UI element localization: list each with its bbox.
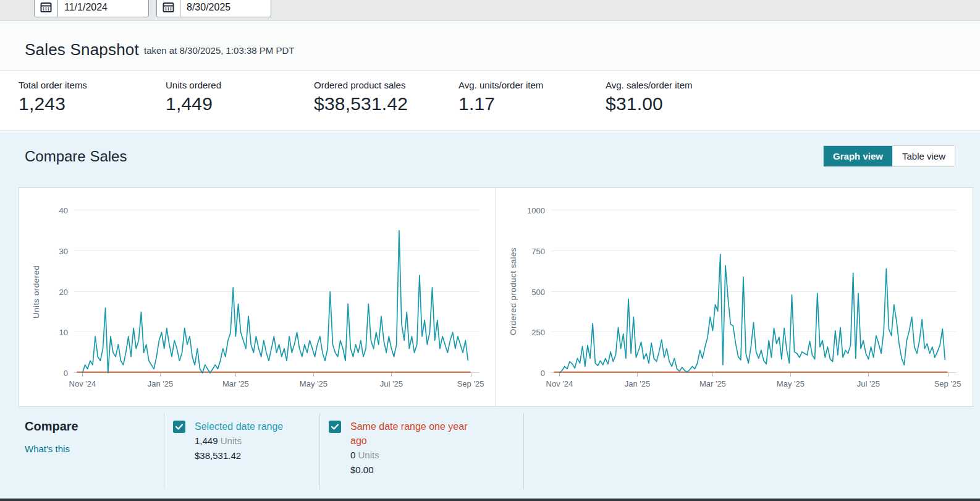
date-filter-bar: [0, 0, 980, 20]
legend-item-text: Same date range one year ago 0 Units $0.…: [350, 419, 483, 475]
calendar-icon: [163, 1, 174, 13]
y-tick-label: 40: [59, 206, 68, 215]
x-tick-mark: [712, 373, 713, 377]
legend-item-text: Selected date range 1,449 Units $38,531.…: [195, 419, 283, 461]
selected-range-series-line: [82, 231, 468, 373]
snapshot-stats-row: Total order items 1,243 Units ordered 1,…: [0, 71, 980, 131]
end-date-input[interactable]: [180, 0, 271, 17]
x-tick-label: Jan '25: [625, 379, 651, 388]
compare-sales-header: Compare Sales Graph view Table view: [0, 131, 980, 167]
x-tick-label: Mar '25: [699, 379, 726, 388]
start-date-group: [34, 0, 149, 17]
units-value: 0: [350, 450, 355, 460]
stat-units-ordered: Units ordered 1,449: [166, 80, 314, 131]
check-icon: [175, 421, 183, 432]
compare-sales-section: Compare Sales Graph view Table view Unit…: [0, 131, 980, 499]
sales-snapshot-title: Sales Snapshot: [25, 40, 139, 59]
y-tick-label: 0: [64, 369, 68, 378]
graph-view-button[interactable]: Graph view: [824, 146, 892, 166]
y-tick-label: 30: [59, 247, 68, 256]
legend-item-sales: $38,531.42: [195, 450, 283, 461]
x-tick-mark: [391, 373, 392, 377]
x-tick-label: Sep '25: [457, 379, 484, 388]
compare-sales-title: Compare Sales: [25, 148, 127, 165]
x-tick-mark: [948, 373, 948, 377]
compare-heading: Compare: [25, 419, 164, 434]
x-tick-label: May '25: [777, 379, 805, 388]
stat-total-order-items: Total order items 1,243: [19, 80, 166, 131]
y-axis-title: Ordered product sales: [506, 210, 520, 373]
x-tick-mark: [868, 373, 869, 377]
ordered-product-sales-chart: Ordered product sales 02505007501000Nov …: [496, 188, 973, 406]
start-date-input[interactable]: [58, 0, 148, 17]
sales-snapshot-header: Sales Snapshot taken at 8/30/2025, 1:03:…: [0, 20, 980, 71]
y-tick-label: 500: [531, 288, 545, 297]
stat-label: Units ordered: [166, 80, 308, 90]
stat-avg-sales-per-order-item: Avg. sales/order item $31.00: [606, 80, 699, 131]
y-tick-label: 0: [541, 369, 545, 378]
x-tick-label: Sep '25: [934, 379, 961, 388]
compare-legend-row: Compare What's this Selected date range …: [25, 413, 524, 489]
legend-item-label: Same date range one year ago: [350, 419, 483, 448]
chart-series-svg: [551, 210, 957, 373]
check-icon: [331, 421, 339, 432]
x-tick-mark: [471, 373, 471, 377]
compare-sales-chart-card: Units ordered 010203040Nov '24Jan '25Mar…: [19, 187, 973, 407]
x-tick-label: Jul '25: [857, 379, 880, 388]
x-tick-mark: [637, 373, 638, 377]
stat-value: 1.17: [458, 93, 599, 114]
stat-label: Avg. units/order item: [458, 80, 599, 90]
table-view-button[interactable]: Table view: [892, 146, 955, 166]
x-tick-label: Mar '25: [222, 379, 249, 388]
chart-series-svg: [74, 210, 479, 373]
x-tick-mark: [559, 373, 560, 377]
legend-item-sales: $0.00: [350, 465, 483, 475]
end-date-group: [156, 0, 271, 17]
calendar-icon: [40, 1, 52, 13]
end-date-calendar-button[interactable]: [157, 0, 180, 17]
stat-value: 1,449: [166, 93, 308, 114]
stat-ordered-product-sales: Ordered product sales $38,531.42: [314, 80, 458, 131]
y-axis-title: Units ordered: [29, 210, 43, 373]
compare-legend-intro: Compare What's this: [25, 413, 164, 489]
same-date-range-checkbox[interactable]: [329, 421, 341, 433]
legend-item-units: 0 Units: [350, 450, 483, 460]
x-tick-label: May '25: [300, 379, 327, 388]
stat-value: $31.00: [606, 93, 693, 114]
viewport-bottom-edge: [0, 499, 980, 501]
x-tick-mark: [790, 373, 791, 377]
x-tick-label: Nov '24: [546, 379, 573, 388]
whats-this-link[interactable]: What's this: [25, 443, 70, 454]
x-tick-label: Jul '25: [380, 379, 403, 388]
legend-item-selected-date-range: Selected date range 1,449 Units $38,531.…: [164, 413, 319, 489]
y-tick-label: 1000: [527, 206, 545, 215]
ordered-product-sales-plot-area[interactable]: 02505007501000Nov '24Jan '25Mar '25May '…: [551, 210, 957, 373]
start-date-calendar-button[interactable]: [35, 0, 58, 17]
x-tick-label: Nov '24: [69, 379, 96, 388]
snapshot-timestamp: taken at 8/30/2025, 1:03:38 PM PDT: [144, 45, 295, 56]
y-tick-label: 20: [59, 288, 68, 297]
units-value: 1,449: [195, 435, 218, 446]
y-tick-label: 10: [59, 328, 68, 337]
units-ordered-plot-area[interactable]: 010203040Nov '24Jan '25Mar '25May '25Jul…: [74, 210, 479, 373]
y-tick-label: 750: [531, 247, 545, 256]
selected-range-series-line: [559, 254, 945, 373]
stat-value: $38,531.42: [314, 93, 452, 114]
legend-item-label: Selected date range: [195, 419, 283, 434]
stat-avg-units-per-order-item: Avg. units/order item 1.17: [458, 80, 606, 131]
stat-label: Ordered product sales: [314, 80, 452, 90]
units-suffix: Units: [221, 435, 242, 446]
x-tick-mark: [313, 373, 314, 377]
stat-label: Avg. sales/order item: [606, 80, 693, 90]
x-tick-mark: [82, 373, 83, 377]
units-suffix: Units: [358, 450, 379, 460]
legend-item-same-date-range-one-year-ago: Same date range one year ago 0 Units $0.…: [319, 413, 524, 489]
stat-value: 1,243: [19, 93, 159, 114]
y-tick-label: 250: [531, 328, 545, 337]
selected-date-range-checkbox[interactable]: [173, 421, 185, 433]
x-tick-mark: [160, 373, 161, 377]
legend-item-units: 1,449 Units: [195, 435, 283, 446]
view-toggle: Graph view Table view: [823, 145, 955, 167]
x-tick-mark: [235, 373, 236, 377]
x-tick-label: Jan '25: [148, 379, 174, 388]
